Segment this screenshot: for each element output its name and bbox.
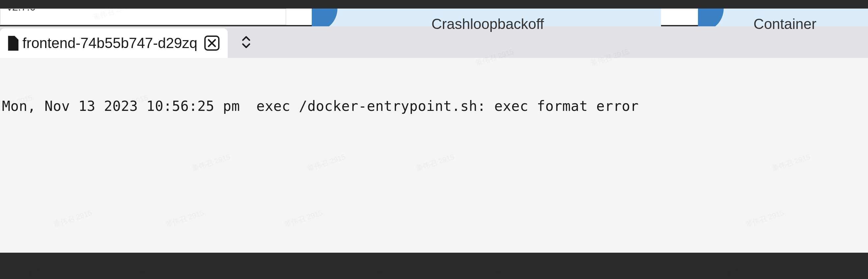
close-tab-button[interactable]	[204, 35, 220, 51]
card-label: Crashloopbackoff	[431, 16, 544, 32]
log-tab[interactable]: frontend-74b55b747-d29zq	[0, 28, 228, 58]
version-text: v2.7.0	[7, 8, 36, 13]
top-border-strip	[0, 0, 868, 8]
log-timestamp: Mon, Nov 13 2023 10:56:25 pm	[2, 98, 240, 114]
tab-title: frontend-74b55b747-d29zq	[23, 35, 197, 51]
log-viewer-panel: frontend-74b55b747-d29zq Mon, Nov 13 202…	[0, 26, 868, 253]
log-message: exec /docker-entrypoint.sh: exec format …	[256, 98, 639, 114]
log-line: Mon, Nov 13 2023 10:56:25 pm exec /docke…	[2, 98, 866, 114]
sort-toggle-button[interactable]	[240, 35, 253, 49]
file-icon	[7, 36, 19, 50]
card-label: Container	[754, 16, 816, 32]
chevron-up-down-icon	[240, 35, 253, 49]
bottom-border-strip	[0, 253, 868, 279]
log-output-area[interactable]: Mon, Nov 13 2023 10:56:25 pm exec /docke…	[0, 58, 868, 253]
close-icon	[204, 35, 220, 51]
background-version-box: v2.7.0	[0, 8, 286, 25]
background-dashboard-fragment: v2.7.0 Crashloopbackoff Container	[0, 8, 868, 25]
